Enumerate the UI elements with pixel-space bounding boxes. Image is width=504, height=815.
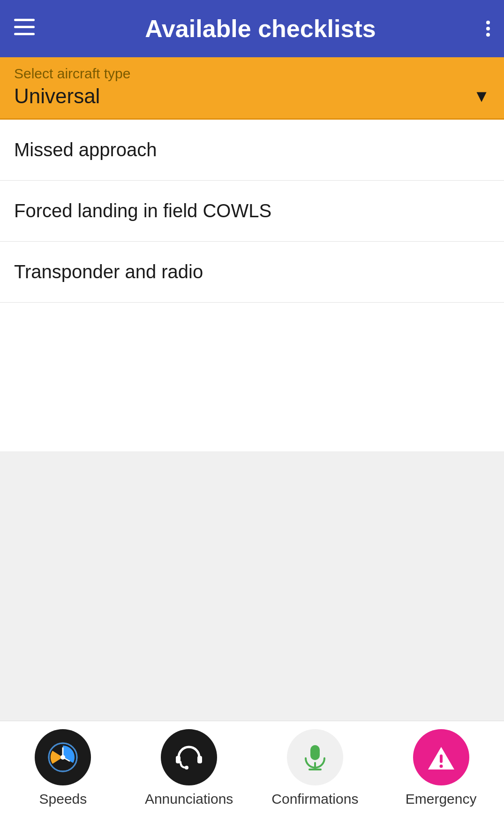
annunciations-icon-circle [161, 729, 217, 785]
svg-rect-0 [14, 19, 35, 21]
app-bar: Available checklists [0, 0, 504, 57]
speeds-icon [46, 740, 80, 774]
more-options-icon[interactable] [486, 21, 490, 37]
speeds-icon-circle [35, 729, 91, 785]
nav-item-annunciations[interactable]: Annunciations [126, 729, 252, 807]
speeds-label: Speeds [39, 791, 87, 807]
confirmations-icon-circle [287, 729, 343, 785]
page-title: Available checklists [35, 15, 486, 43]
nav-item-confirmations[interactable]: Confirmations [252, 729, 378, 807]
emergency-icon [424, 740, 458, 774]
confirmations-label: Confirmations [271, 791, 358, 807]
bottom-navigation: Speeds Annunciations [0, 721, 504, 815]
svg-rect-9 [197, 756, 202, 763]
checklist-list: Missed approach Forced landing in field … [0, 120, 504, 451]
annunciations-icon [172, 740, 206, 774]
nav-item-emergency[interactable]: Emergency [378, 729, 504, 807]
aircraft-type-selector[interactable]: Select aircraft type Universal ▼ [0, 57, 504, 120]
aircraft-type-value: Universal [14, 84, 100, 108]
svg-rect-2 [14, 33, 35, 35]
confirmations-icon [298, 740, 332, 774]
checklist-item-3[interactable]: Transponder and radio [0, 242, 504, 303]
checklist-item-1[interactable]: Missed approach [0, 120, 504, 181]
checklist-item-2[interactable]: Forced landing in field COWLS [0, 181, 504, 242]
svg-point-10 [185, 766, 188, 769]
nav-item-speeds[interactable]: Speeds [0, 729, 126, 807]
main-content: Missed approach Forced landing in field … [0, 120, 504, 783]
hamburger-menu-icon[interactable] [14, 18, 35, 39]
svg-rect-1 [14, 26, 35, 28]
emergency-icon-circle [413, 729, 469, 785]
aircraft-type-label: Select aircraft type [14, 66, 490, 82]
emergency-label: Emergency [406, 791, 477, 807]
svg-rect-14 [440, 754, 443, 763]
svg-point-15 [439, 765, 443, 768]
dropdown-arrow-icon: ▼ [473, 86, 490, 106]
svg-rect-11 [310, 745, 320, 760]
annunciations-label: Annunciations [145, 791, 233, 807]
